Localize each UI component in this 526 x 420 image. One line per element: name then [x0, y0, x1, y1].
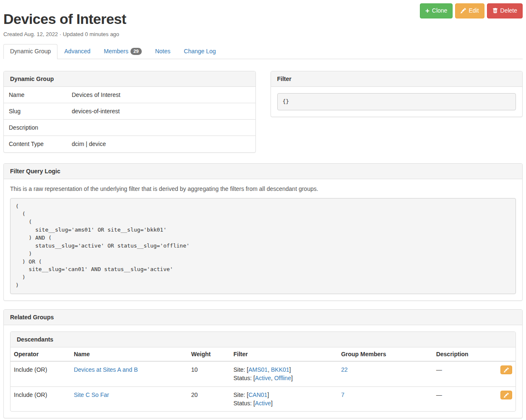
filter-line: Status: [Active]	[233, 399, 334, 407]
related-groups-panel: Related Groups Descendants OperatorNameW…	[3, 309, 523, 418]
pencil-icon	[504, 368, 509, 373]
overview-row: Dynamic Group Name Devices of Interest S…	[3, 71, 523, 153]
descendants-title: Descendants	[10, 332, 516, 347]
filter-value-link[interactable]: Active	[255, 375, 271, 381]
dynamic-group-detail-page: + Clone Edit Delete Devices of Interest …	[0, 0, 526, 418]
attr-value	[67, 120, 255, 136]
weight-cell: 10	[188, 361, 230, 386]
filter-query-logic-panel: Filter Query Logic This is a raw represe…	[3, 163, 523, 301]
attr-label: Description	[4, 120, 67, 136]
trash-icon	[492, 8, 498, 13]
edit-button[interactable]: Edit	[455, 3, 484, 18]
column-header-name: Name	[70, 347, 188, 361]
related-groups-title: Related Groups	[4, 310, 522, 325]
attr-label: Content Type	[4, 136, 67, 152]
attr-row: Name Devices of Interest	[4, 87, 255, 103]
filter-cell: Site: [AMS01, BKK01]Status: [Active, Off…	[230, 361, 338, 386]
pencil-icon	[504, 393, 509, 398]
filter-line: Site: [CAN01]	[233, 391, 334, 399]
descendants-table-header: OperatorNameWeightFilterGroup MembersDes…	[10, 347, 516, 361]
group-members-cell: 7	[338, 386, 433, 411]
column-header-operator: Operator	[10, 347, 70, 361]
tab-notes[interactable]: Notes	[148, 44, 177, 59]
plus-icon: +	[425, 8, 430, 13]
tab-dynamic-group[interactable]: Dynamic Group	[3, 44, 57, 59]
members-count-badge: 29	[130, 48, 142, 55]
filter-value-link[interactable]: Active	[255, 400, 271, 407]
filter-value-link[interactable]: CAN01	[248, 391, 267, 398]
clone-button-label: Clone	[432, 7, 448, 15]
dynamic-group-attr-table: Name Devices of Interest Slug devices-of…	[4, 87, 255, 152]
clone-button[interactable]: + Clone	[420, 3, 453, 18]
group-members-cell: 22	[338, 361, 433, 386]
edit-button-label: Edit	[469, 7, 479, 15]
attr-label: Name	[4, 87, 67, 103]
column-header-weight: Weight	[188, 347, 230, 361]
group-name-link[interactable]: Site C So Far	[74, 391, 109, 398]
right-column: Filter {}	[271, 71, 523, 117]
filter-line: Site: [AMS01, BKK01]	[233, 365, 334, 374]
descendants-table-row: Include (OR) Site C So Far 20 Site: [CAN…	[10, 386, 516, 411]
tab-advanced[interactable]: Advanced	[57, 44, 97, 59]
group-members-link[interactable]: 7	[341, 391, 344, 398]
dynamic-group-panel: Dynamic Group Name Devices of Interest S…	[3, 71, 256, 153]
filter-line: Status: [Active, Offline]	[233, 374, 334, 382]
filter-query-logic-description: This is a raw representation of the unde…	[10, 185, 516, 192]
pencil-icon	[461, 8, 466, 13]
operator-cell: Include (OR)	[10, 361, 70, 386]
attr-row: Description	[4, 120, 255, 136]
row-actions-cell	[496, 386, 516, 411]
group-members-link[interactable]: 22	[341, 366, 348, 373]
filter-query-logic-title: Filter Query Logic	[4, 164, 522, 179]
attr-value: Devices of Interest	[67, 87, 255, 103]
attr-value: dcim | device	[67, 136, 255, 152]
column-header-actions	[496, 347, 516, 361]
row-edit-button[interactable]	[500, 365, 512, 374]
action-buttons: + Clone Edit Delete	[420, 3, 523, 18]
tab-members[interactable]: Members29	[97, 44, 148, 59]
filter-panel: Filter {}	[271, 71, 523, 117]
filter-query-logic-code-block: ( ( ( site__slug='ams01' OR site__slug='…	[10, 198, 516, 294]
group-name-link[interactable]: Devices at Sites A and B	[74, 366, 138, 373]
delete-button-label: Delete	[500, 7, 517, 15]
detail-tabs: Dynamic GroupAdvancedMembers29NotesChang…	[3, 44, 523, 59]
row-actions-cell	[496, 361, 516, 386]
tab-change-log[interactable]: Change Log	[177, 44, 222, 59]
filter-cell: Site: [CAN01]Status: [Active]	[230, 386, 338, 411]
descendants-table: OperatorNameWeightFilterGroup MembersDes…	[10, 347, 516, 411]
attr-label: Slug	[4, 103, 67, 120]
dynamic-group-panel-title: Dynamic Group	[4, 71, 255, 87]
created-updated-meta: Created Aug. 12, 2022 · Updated 0 minute…	[3, 31, 523, 37]
filter-value-link[interactable]: Offline	[274, 375, 291, 381]
descendants-table-row: Include (OR) Devices at Sites A and B 10…	[10, 361, 516, 386]
column-header-description: Description	[433, 347, 496, 361]
descendants-panel: Descendants OperatorNameWeightFilterGrou…	[10, 331, 516, 412]
operator-cell: Include (OR)	[10, 386, 70, 411]
delete-button[interactable]: Delete	[487, 3, 523, 18]
left-column: Dynamic Group Name Devices of Interest S…	[3, 71, 256, 153]
attr-value: devices-of-interest	[67, 103, 255, 120]
description-cell: —	[433, 361, 496, 386]
attr-row: Content Type dcim | device	[4, 136, 255, 152]
filter-panel-title: Filter	[271, 71, 523, 87]
filter-value-link[interactable]: AMS01	[248, 366, 268, 373]
column-header-group-members: Group Members	[338, 347, 433, 361]
filter-code-block: {}	[277, 93, 516, 110]
group-name-cell: Site C So Far	[70, 386, 188, 411]
attr-row: Slug devices-of-interest	[4, 103, 255, 120]
filter-value-link[interactable]: BKK01	[271, 366, 289, 373]
description-cell: —	[433, 386, 496, 411]
column-header-filter: Filter	[230, 347, 338, 361]
row-edit-button[interactable]	[500, 391, 512, 399]
weight-cell: 20	[188, 386, 230, 411]
group-name-cell: Devices at Sites A and B	[70, 361, 188, 386]
